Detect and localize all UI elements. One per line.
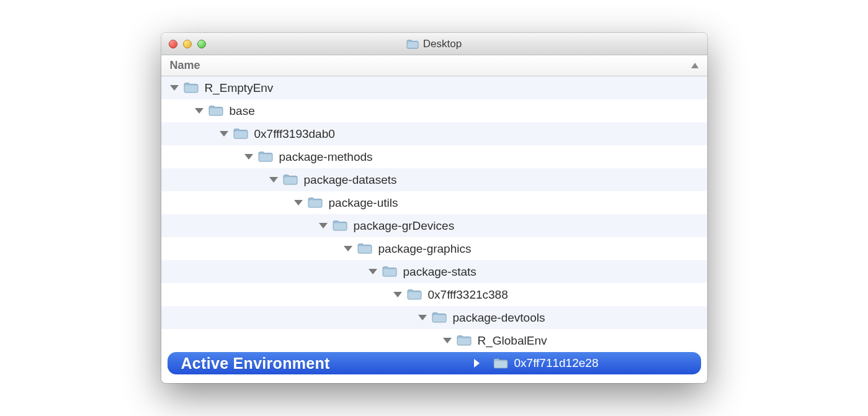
column-header-name: Name (170, 59, 200, 72)
chevron-right-icon[interactable] (474, 359, 480, 368)
tree-row-label: package-grDevices (354, 219, 455, 233)
tree-row[interactable]: R_GlobalEnv (161, 329, 707, 352)
svg-rect-11 (432, 315, 445, 322)
titlebar[interactable]: Desktop (161, 33, 707, 55)
folder-icon (208, 105, 223, 117)
tree-row[interactable]: package-stats (161, 260, 707, 283)
traffic-lights (169, 40, 206, 48)
chevron-down-icon[interactable] (418, 315, 427, 320)
svg-rect-3 (234, 131, 247, 138)
svg-rect-4 (259, 154, 272, 161)
tree-row[interactable]: package-grDevices (161, 214, 707, 237)
column-header[interactable]: Name (161, 55, 707, 76)
svg-rect-1 (184, 85, 197, 92)
finder-window: Desktop Name R_EmptyEnv base 0x7fff3193d… (161, 33, 707, 383)
chevron-down-icon[interactable] (443, 338, 452, 343)
zoom-icon[interactable] (197, 40, 206, 48)
minimize-icon[interactable] (183, 40, 192, 48)
tree-row[interactable]: package-graphics (161, 237, 707, 260)
tree-row[interactable]: package-datasets (161, 168, 707, 191)
folder-icon (407, 289, 422, 301)
tree-row-label: 0x7ff711d12e28 (514, 356, 599, 370)
tree-row-label: 0x7fff3193dab0 (254, 127, 335, 141)
svg-rect-5 (284, 177, 297, 184)
tree-row-label: package-stats (403, 265, 477, 279)
folder-icon (357, 243, 372, 255)
tree-row[interactable]: package-utils (161, 191, 707, 214)
active-environment-label: Active Environment (181, 355, 330, 373)
folder-icon (258, 151, 273, 163)
file-tree: R_EmptyEnv base 0x7fff3193dab0 package-m… (161, 76, 707, 374)
tree-row[interactable]: package-devtools (161, 306, 707, 329)
tree-row[interactable]: 0x7fff3193dab0 (161, 122, 707, 145)
folder-icon (333, 220, 347, 232)
tree-row-label: R_GlobalEnv (478, 334, 547, 348)
window-title-text: Desktop (423, 38, 462, 50)
tree-row-label: package-datasets (304, 173, 397, 187)
folder-icon (493, 358, 508, 369)
folder-icon (283, 174, 298, 186)
tree-row-label: package-utils (329, 196, 398, 210)
tree-row[interactable]: package-methods (161, 145, 707, 168)
folder-icon (233, 128, 248, 140)
svg-rect-7 (333, 223, 346, 230)
svg-rect-9 (383, 269, 396, 276)
window-title: Desktop (161, 38, 707, 50)
chevron-down-icon[interactable] (393, 292, 402, 297)
svg-rect-10 (408, 292, 421, 299)
tree-row[interactable]: R_EmptyEnv (161, 76, 707, 99)
tree-row-selected[interactable]: Active Environment 0x7ff711d12e28 (168, 352, 701, 374)
svg-rect-8 (358, 246, 371, 253)
chevron-down-icon[interactable] (220, 131, 228, 137)
tree-row-label: package-graphics (378, 242, 472, 256)
folder-icon (457, 335, 472, 346)
tree-row-label: 0x7fff3321c388 (428, 288, 508, 302)
sort-ascending-icon[interactable] (691, 63, 699, 68)
chevron-down-icon[interactable] (244, 154, 253, 160)
svg-rect-0 (407, 42, 418, 47)
chevron-down-icon[interactable] (294, 200, 303, 206)
chevron-down-icon[interactable] (170, 85, 179, 91)
folder-icon (382, 266, 397, 278)
tree-row-label: R_EmptyEnv (205, 81, 274, 95)
svg-rect-2 (209, 108, 222, 115)
chevron-down-icon[interactable] (344, 246, 352, 251)
folder-icon (184, 82, 199, 94)
tree-row-label: package-devtools (453, 311, 545, 325)
chevron-down-icon[interactable] (319, 223, 328, 228)
chevron-down-icon[interactable] (369, 269, 377, 274)
folder-icon (406, 39, 419, 49)
tree-row-label: package-methods (279, 150, 373, 164)
svg-rect-13 (494, 361, 507, 368)
svg-rect-6 (308, 200, 321, 207)
folder-icon (308, 197, 323, 209)
chevron-down-icon[interactable] (269, 177, 278, 183)
svg-rect-12 (457, 338, 470, 345)
close-icon[interactable] (169, 40, 177, 48)
tree-row[interactable]: base (161, 99, 707, 122)
tree-row-label: base (230, 104, 255, 118)
tree-row[interactable]: 0x7fff3321c388 (161, 283, 707, 306)
folder-icon (432, 312, 447, 323)
chevron-down-icon[interactable] (195, 108, 204, 114)
